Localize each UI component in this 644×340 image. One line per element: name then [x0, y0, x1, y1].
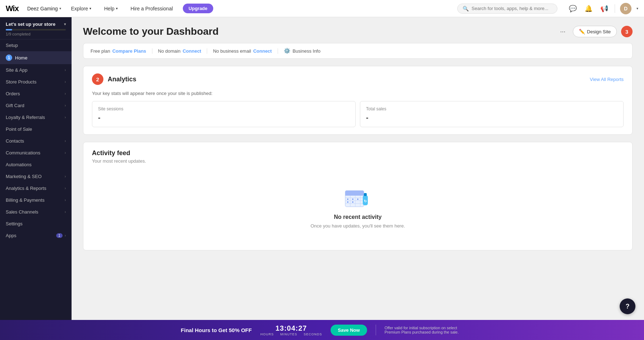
timer-labels: Hours Minutes Seconds [260, 332, 322, 336]
domain-connect-link[interactable]: Connect [182, 48, 201, 54]
avatar[interactable]: D [620, 3, 631, 14]
sidebar-item-apps[interactable]: Apps 1 › [0, 230, 72, 241]
site-name-chevron: ▾ [59, 6, 61, 10]
timer-seconds-label: Seconds [304, 332, 322, 336]
sidebar-item-label: Automations [6, 162, 31, 167]
site-name-dropdown[interactable]: Deez Gaming ▾ [27, 6, 61, 11]
search-icon: 🔍 [463, 6, 469, 11]
more-options-button[interactable]: ··· [557, 27, 569, 37]
sidebar-item-communications[interactable]: Communications › [0, 147, 72, 159]
email-connect-link[interactable]: Connect [253, 48, 272, 54]
progress-text: 1/9 completed [6, 32, 66, 36]
analytics-header-row: 2 Analytics View All Reports [92, 73, 624, 85]
store-products-chevron: › [65, 80, 66, 84]
sidebar-item-store-products[interactable]: Store Products › [0, 76, 72, 88]
svg-text:↻: ↻ [364, 199, 367, 203]
promo-timer: 13:04:27 Hours Minutes Seconds [260, 324, 322, 336]
help-button[interactable]: ? [620, 298, 635, 314]
stats-grid: Site sessions - Total sales - [92, 101, 624, 127]
sidebar-item-settings[interactable]: Settings [0, 218, 72, 230]
setup-label[interactable]: Let's set up your store ▾ [6, 21, 66, 27]
promo-bar: Final Hours to Get 50% OFF 13:04:27 Hour… [0, 320, 644, 340]
sidebar-item-automations[interactable]: Automations [0, 159, 72, 171]
dashboard-header: Welcome to your Dashboard ··· ✏️ Design … [83, 26, 633, 37]
email-text: No business email [213, 48, 251, 54]
activity-empty-title: No recent activity [334, 214, 381, 220]
analytics-chevron: › [65, 186, 66, 190]
setup-chevron: ▾ [64, 22, 66, 26]
stat-label-sessions: Site sessions [98, 106, 350, 111]
activity-subtitle: Your most recent updates. [92, 158, 624, 164]
info-item-domain: No domain Connect [152, 48, 208, 54]
svg-point-11 [357, 198, 358, 200]
gift-card-chevron: › [65, 104, 66, 107]
help-chevron: ▾ [116, 6, 118, 10]
sidebar-item-gift-card[interactable]: Gift Card › [0, 100, 72, 111]
activity-empty-state: ↻ No recent activity Once you have updat… [92, 171, 624, 243]
nav-explore[interactable]: Explore ▾ [68, 4, 94, 13]
sidebar-item-analytics[interactable]: Analytics & Reports › [0, 182, 72, 194]
compare-plans-link[interactable]: Compare Plans [112, 48, 146, 54]
sidebar-item-label: Site & App [6, 67, 28, 73]
search-input[interactable] [472, 6, 550, 11]
sidebar-item-label: Settings [6, 221, 23, 226]
activity-empty-icon: ↻ [343, 185, 372, 214]
megaphone-icon[interactable]: 📢 [599, 3, 610, 14]
stat-value-sessions: - [98, 114, 350, 122]
sidebar-item-label: Apps [6, 233, 16, 238]
info-bar: Free plan Compare Plans No domain Connec… [83, 43, 633, 59]
progress-bar-fill [6, 29, 12, 30]
sidebar-item-home[interactable]: 1 Home [0, 51, 72, 64]
design-site-button[interactable]: ✏️ Design Site [573, 26, 617, 37]
apps-right: 1 › [56, 233, 66, 238]
sidebar-item-label: Store Products [6, 79, 36, 85]
sidebar-item-sales-channels[interactable]: Sales Channels › [0, 206, 72, 218]
activity-feed-section: Activity feed Your most recent updates. [83, 142, 633, 250]
bell-icon[interactable]: 🔔 [583, 3, 594, 14]
view-all-reports-link[interactable]: View All Reports [590, 77, 624, 82]
plan-text: Free plan [91, 48, 110, 54]
wix-logo: Wix [6, 4, 19, 13]
loyalty-chevron: › [65, 115, 66, 119]
orders-chevron: › [65, 92, 66, 96]
notification-badge-3: 3 [621, 26, 633, 37]
design-site-label: Design Site [587, 29, 611, 34]
sidebar-item-point-of-sale[interactable]: Point of Sale [0, 123, 72, 135]
stat-value-sales: - [366, 114, 618, 122]
sidebar-item-label: Communications [6, 150, 40, 155]
sidebar-item-label: Contacts [6, 138, 24, 144]
svg-point-9 [347, 198, 348, 200]
svg-rect-2 [345, 193, 364, 196]
nav-hire-professional[interactable]: Hire a Professional [128, 4, 176, 13]
help-icon: ? [626, 303, 630, 310]
analytics-section-header: Analytics View All Reports [108, 76, 624, 83]
upgrade-button[interactable]: Upgrade [183, 4, 213, 13]
sidebar-item-marketing-seo[interactable]: Marketing & SEO › [0, 171, 72, 182]
sidebar-item-site-app[interactable]: Site & App › [0, 64, 72, 76]
sidebar-item-setup[interactable]: Setup [0, 39, 72, 51]
main-layout: Let's set up your store ▾ 1/9 completed … [0, 17, 644, 340]
sidebar-item-label: Gift Card [6, 103, 24, 108]
info-item-business[interactable]: ⚙️ Business Info [278, 48, 326, 54]
promo-divider [376, 325, 376, 335]
search-bar[interactable]: 🔍 [457, 4, 557, 14]
sidebar-item-loyalty[interactable]: Loyalty & Referrals › [0, 111, 72, 123]
sidebar-item-billing[interactable]: Billing & Payments › [0, 194, 72, 206]
promo-text: Final Hours to Get 50% OFF [181, 327, 252, 333]
sidebar-item-label: Analytics & Reports [6, 186, 46, 191]
analytics-title: Analytics [108, 76, 136, 83]
sidebar-item-label: Loyalty & Referrals [6, 115, 45, 120]
communications-chevron: › [65, 151, 66, 155]
topnav-icons: 💬 🔔 📢 D ▾ [567, 3, 638, 14]
billing-chevron: › [65, 198, 66, 202]
sidebar-item-label: Home [15, 55, 28, 61]
svg-rect-15 [364, 193, 367, 196]
sidebar-item-orders[interactable]: Orders › [0, 88, 72, 100]
save-now-button[interactable]: Save Now [331, 325, 367, 336]
nav-help[interactable]: Help ▾ [101, 4, 121, 13]
svg-point-13 [352, 201, 353, 203]
chat-icon[interactable]: 💬 [567, 3, 578, 14]
svg-point-12 [347, 201, 348, 203]
sidebar-item-contacts[interactable]: Contacts › [0, 135, 72, 147]
content-area: Welcome to your Dashboard ··· ✏️ Design … [72, 17, 644, 340]
